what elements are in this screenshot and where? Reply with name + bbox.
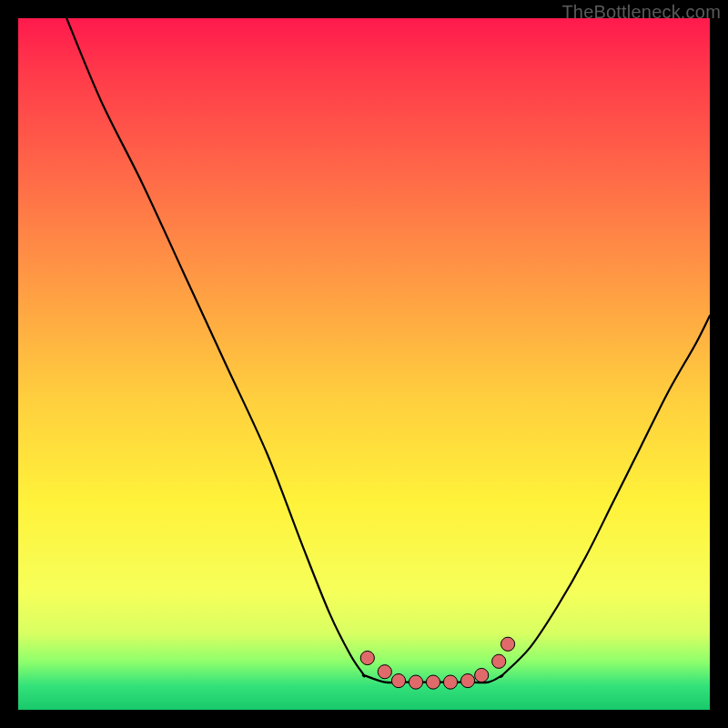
plateau-marker (492, 654, 506, 668)
plateau-marker (378, 665, 391, 679)
plateau-marker (360, 651, 374, 664)
plot-area (18, 18, 710, 710)
plateau-marker (426, 675, 440, 689)
plateau-marker (391, 673, 405, 687)
plateau-marker (460, 673, 474, 687)
plateau-marker (443, 675, 457, 689)
curve-layer (18, 18, 710, 710)
chart-frame: TheBottleneck.com (0, 0, 728, 728)
plateau-marker (500, 637, 514, 651)
watermark-text: TheBottleneck.com (561, 2, 721, 23)
plateau-marker (475, 668, 489, 682)
bottleneck-curve (66, 18, 710, 682)
plateau-marker (409, 675, 422, 689)
